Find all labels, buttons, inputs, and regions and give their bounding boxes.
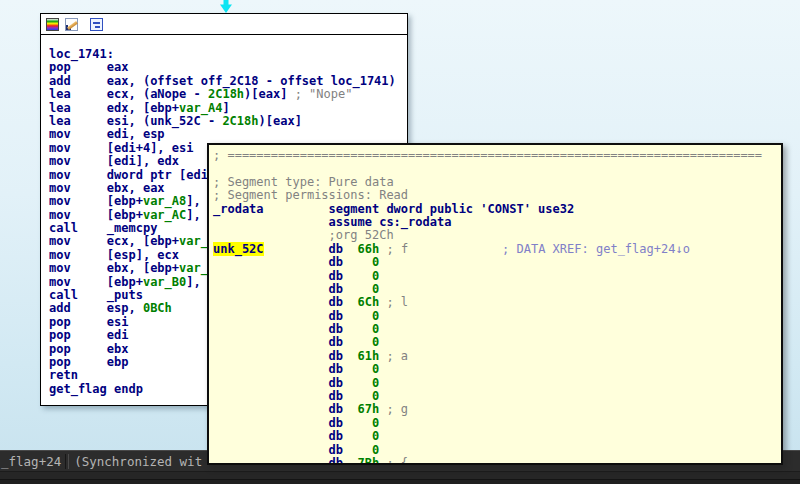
status-address-label: _flag+24 [0,454,65,469]
pencil-shaft [67,21,78,30]
sync-icon-bar [93,22,100,24]
code-line[interactable]: ;org 52Ch [213,229,781,242]
code-line[interactable]: loc_1741: [49,48,407,61]
code-line[interactable]: db 0 [213,363,781,376]
code-line[interactable]: db 67h ; g [213,403,781,416]
down-arrow-cursor-icon [218,0,234,14]
code-line[interactable]: db 7Bh ; { [213,457,781,465]
edit-pencil-icon[interactable] [65,18,78,31]
code-line[interactable]: db 0 [213,377,781,390]
sync-icon-bar [95,26,100,28]
code-line[interactable]: lea edx, [ebp+var_A4] [49,102,407,115]
code-line[interactable]: ; Segment permissions: Read [213,189,781,202]
disassembly-toolbar [40,13,408,35]
synchronize-view-icon[interactable] [90,18,103,31]
code-line[interactable]: db 0 [213,256,781,269]
code-line[interactable]: db 0 [213,270,781,283]
status-bar-strip [0,471,800,479]
status-sync-label: (Synchronized wit [74,454,202,469]
status-bar-divider [65,454,69,469]
code-line[interactable]: ; ======================================… [213,149,781,162]
code-line[interactable]: add eax, (offset off_2C18 - offset loc_1… [49,75,407,88]
ida-desktop: loc_1741:pop eaxadd eax, (offset off_2C1… [0,0,800,484]
code-line[interactable]: unk_52C db 66h ; f ; DATA XREF: get_flag… [213,243,781,256]
code-line[interactable]: db 0 [213,336,781,349]
code-line[interactable]: lea ecx, (aNope - 2C18h)[eax] ; "Nope" [49,88,407,101]
code-line[interactable]: db 0 [213,417,781,430]
code-line[interactable]: db 0 [213,283,781,296]
code-line[interactable]: mov edi, esp [49,128,407,141]
code-line[interactable]: ; Segment type: Pure data [213,176,781,189]
status-bar-strip [0,479,800,484]
code-line[interactable]: assume cs:_rodata [213,216,781,229]
code-line[interactable]: db 6Ch ; l [213,296,781,309]
code-line[interactable]: lea esi, (unk_52C - 2C18h)[eax] [49,115,407,128]
code-line[interactable]: pop eax [49,61,407,74]
colors-palette-icon[interactable] [46,18,59,31]
code-line[interactable]: db 0 [213,310,781,323]
data-segment-window[interactable]: ; ======================================… [207,143,783,465]
code-line[interactable]: db 0 [213,323,781,336]
code-line[interactable]: _rodata segment dword public 'CONST' use… [213,203,781,216]
code-line[interactable]: db 0 [213,430,781,443]
code-line[interactable] [213,162,781,175]
code-line[interactable]: db 61h ; a [213,350,781,363]
code-line[interactable]: db 0 [213,390,781,403]
code-line[interactable]: db 0 [213,444,781,457]
